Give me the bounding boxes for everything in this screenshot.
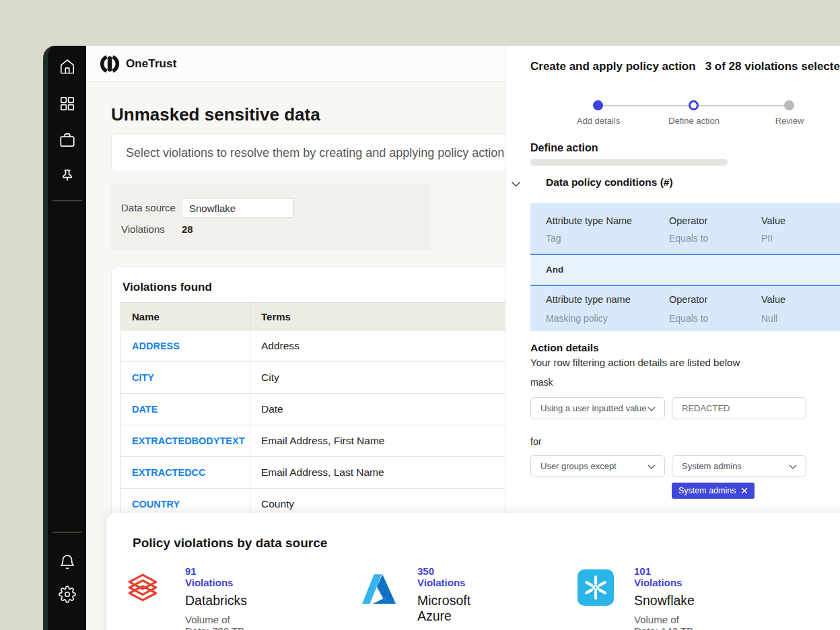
violation-terms: City bbox=[250, 362, 505, 394]
sidebar-divider-top bbox=[53, 201, 82, 201]
summary-box: Data source Violations 28 bbox=[111, 184, 431, 250]
for-label: for bbox=[530, 436, 541, 447]
step-dot-define-action[interactable] bbox=[689, 100, 699, 110]
condition-connector-row: And bbox=[530, 255, 840, 286]
close-icon[interactable] bbox=[741, 487, 748, 494]
violations-count: 28 bbox=[182, 223, 193, 235]
source-name: Databricks bbox=[185, 593, 247, 608]
sidebar-divider-bottom bbox=[53, 532, 82, 532]
mask-method-select[interactable]: Using a user inputted value bbox=[530, 397, 665, 419]
operator-label: Operator bbox=[669, 294, 707, 305]
value-value: PII bbox=[761, 233, 773, 244]
for-group-value: System admins bbox=[682, 461, 742, 471]
attr-type-value: Masking policy bbox=[546, 313, 608, 324]
onetrust-logo[interactable]: OneTrust bbox=[100, 54, 176, 74]
value-value: Null bbox=[761, 313, 777, 324]
condition-row: Attribute type name Operator Value Maski… bbox=[530, 286, 840, 331]
app-header: OneTrust bbox=[86, 46, 505, 82]
for-scope-value: User groups except bbox=[540, 461, 617, 471]
briefcase-icon[interactable] bbox=[59, 131, 76, 149]
value-label: Value bbox=[761, 294, 785, 305]
action-details-heading: Action details bbox=[530, 342, 599, 354]
app-window: OneTrust Unmasked sensitive data Select … bbox=[0, 0, 840, 630]
source-name: Snowflake bbox=[634, 593, 695, 608]
violation-name-link[interactable]: EXTRACTEDBODYTEXT bbox=[132, 435, 245, 446]
violations-count-link[interactable]: 91 Violations bbox=[185, 565, 247, 588]
conditions-section-title: Data policy conditions (#) bbox=[546, 176, 673, 188]
home-icon[interactable] bbox=[59, 58, 76, 75]
column-header-terms: Terms bbox=[250, 303, 505, 330]
pin-icon[interactable] bbox=[59, 168, 76, 185]
chevron-down-icon bbox=[648, 464, 656, 469]
page-title: Unmasked sensitive data bbox=[111, 104, 320, 125]
violation-name-link[interactable]: CITY bbox=[132, 372, 154, 383]
violations-count-link[interactable]: 101 Violations bbox=[634, 565, 695, 588]
source-volume: Volume of Data: 142 TB bbox=[634, 614, 695, 630]
violations-table: Name Terms ADDRESS Address CITY City DAT… bbox=[120, 302, 505, 520]
attr-type-label: Attribute type name bbox=[546, 294, 631, 305]
bell-icon[interactable] bbox=[59, 553, 76, 571]
table-row[interactable]: CITY City bbox=[121, 362, 505, 394]
value-label: Value bbox=[761, 215, 785, 226]
mask-method-value: Using a user inputted value bbox=[540, 403, 647, 413]
connector-label: And bbox=[546, 265, 563, 275]
step-label-add-details: Add details bbox=[555, 116, 642, 126]
for-group-select[interactable]: System admins bbox=[672, 455, 806, 477]
step-label-review: Review bbox=[746, 116, 833, 126]
snowflake-icon bbox=[578, 569, 611, 606]
table-row[interactable]: EXTRACTEDBODYTEXT Email Address, First N… bbox=[121, 425, 505, 457]
azure-icon bbox=[362, 571, 396, 607]
column-header-name: Name bbox=[121, 303, 250, 330]
violation-name-link[interactable]: ADDRESS bbox=[132, 341, 180, 351]
table-row[interactable]: ADDRESS Address bbox=[121, 330, 505, 362]
app-sidebar bbox=[43, 46, 86, 630]
violation-name-link[interactable]: DATE bbox=[132, 404, 158, 415]
chevron-down-icon[interactable] bbox=[511, 181, 521, 187]
violation-terms: Address bbox=[250, 330, 505, 362]
define-action-heading: Define action bbox=[530, 142, 598, 154]
step-label-define-action: Define action bbox=[650, 116, 738, 126]
data-source-input[interactable] bbox=[182, 198, 293, 218]
selection-summary: 3 of 28 violations selected bbox=[705, 60, 840, 73]
source-name: Microsoft Azure bbox=[417, 593, 470, 624]
attr-type-value: Tag bbox=[546, 233, 561, 244]
panel-title: Create and apply policy action bbox=[530, 60, 696, 73]
violation-name-link[interactable]: COUNTRY bbox=[132, 499, 180, 510]
condition-row: Attribute type Name Operator Value Tag E… bbox=[530, 203, 840, 255]
table-row[interactable]: DATE Date bbox=[121, 394, 505, 425]
chevron-down-icon bbox=[789, 464, 797, 469]
source-volume: Volume of Data: 700 TB bbox=[185, 614, 247, 630]
step-dot-add-details[interactable] bbox=[593, 100, 603, 110]
violation-name-link[interactable]: EXTRACTEDCC bbox=[132, 467, 206, 478]
apps-grid-icon[interactable] bbox=[59, 95, 76, 112]
instruction-banner: Select violations to resolve them by cre… bbox=[111, 133, 505, 172]
panel-title-row: Create and apply policy action 3 of 28 v… bbox=[530, 60, 840, 73]
gear-icon[interactable] bbox=[59, 586, 76, 603]
operator-value: Equals to bbox=[669, 233, 708, 244]
databricks-icon bbox=[126, 571, 160, 607]
violation-terms: Email Address, Last Name bbox=[250, 457, 505, 489]
policy-violations-card: Policy violations by data source 91 Viol… bbox=[106, 513, 840, 630]
chevron-down-icon bbox=[648, 407, 656, 411]
operator-label: Operator bbox=[669, 215, 707, 226]
loading-skeleton-bar bbox=[530, 159, 728, 166]
data-source-label: Data source bbox=[121, 202, 176, 213]
data-policy-conditions-card: Attribute type Name Operator Value Tag E… bbox=[530, 203, 840, 331]
violations-card-title: Violations found bbox=[123, 281, 212, 294]
mask-value-input[interactable] bbox=[672, 397, 806, 419]
for-scope-select[interactable]: User groups except bbox=[530, 455, 665, 477]
onetrust-logo-icon bbox=[100, 54, 120, 74]
operator-value: Equals to bbox=[669, 313, 708, 324]
step-dot-review[interactable] bbox=[784, 100, 794, 110]
action-details-description: Your row filtering action details are li… bbox=[530, 357, 740, 368]
brand-name: OneTrust bbox=[126, 57, 176, 71]
chip-label: System admins bbox=[678, 486, 736, 495]
violation-terms: Date bbox=[250, 394, 505, 425]
violations-count-link[interactable]: 350 Violations bbox=[417, 565, 470, 588]
table-header-row: Name Terms bbox=[121, 303, 505, 330]
violation-terms: Email Address, First Name bbox=[250, 425, 505, 457]
violations-label: Violations bbox=[121, 223, 165, 235]
mask-label: mask bbox=[530, 377, 553, 388]
selected-group-chip[interactable]: System admins bbox=[672, 483, 755, 499]
table-row[interactable]: EXTRACTEDCC Email Address, Last Name bbox=[121, 457, 505, 489]
